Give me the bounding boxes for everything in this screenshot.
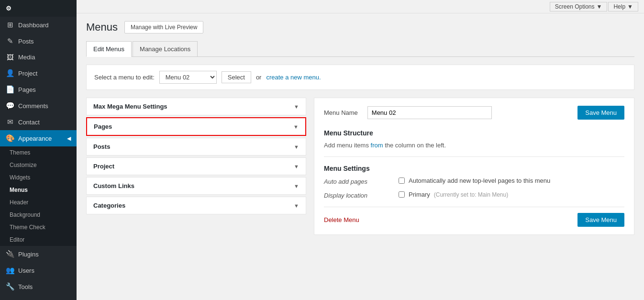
settings-row-auto-add: Auto add pages Automatically add new top… (324, 177, 624, 185)
menu-panel: Menu Name Save Menu Menu Structure Add m… (314, 98, 634, 235)
select-menu-row: Select a menu to edit: Menu 02 Select or… (86, 65, 634, 90)
accordion-label-categories: Categories (93, 202, 125, 209)
sidebar-item-tools[interactable]: 🔧 Tools (0, 278, 77, 295)
accordion-custom-links: Custom Links ▼ (86, 177, 306, 195)
accordion-label-project: Project (93, 163, 114, 170)
sidebar-item-users[interactable]: 👥 Users (0, 262, 77, 278)
save-menu-button-top[interactable]: Save Menu (577, 106, 624, 120)
currently-set-note: (Currently set to: Main Menu) (434, 191, 508, 198)
sidebar-item-pages[interactable]: 📄 Pages (0, 81, 77, 98)
menu-name-input[interactable] (367, 106, 492, 119)
sidebar-item-project[interactable]: 👤 Project (0, 65, 77, 81)
tab-edit-menus[interactable]: Edit Menus (86, 41, 132, 57)
dashboard-icon: ⊞ (6, 21, 14, 29)
page-title: Menus (86, 21, 118, 33)
display-location-value: Primary (Currently set to: Main Menu) (399, 191, 508, 198)
accordion-arrow-custom-links: ▼ (294, 183, 299, 189)
right-panel: Menu Name Save Menu Menu Structure Add m… (314, 98, 634, 235)
accordion-pages: Pages ▼ (86, 117, 306, 136)
pages-icon: 📄 (6, 85, 14, 94)
page-header: Menus Manage with Live Preview (86, 21, 634, 33)
appearance-submenu: Themes Customize Widgets Menus Header Ba… (0, 146, 77, 246)
accordion-arrow-categories: ▼ (294, 203, 299, 209)
sidebar: ⚙ ⊞ Dashboard ✎ Posts 🖼 Media 👤 Project … (0, 0, 77, 300)
accordion-header-max-mega[interactable]: Max Mega Menu Settings ▼ (87, 98, 306, 115)
users-icon: 👥 (6, 266, 14, 275)
menu-select-dropdown[interactable]: Menu 02 (159, 71, 217, 84)
submenu-item-background[interactable]: Background (0, 209, 77, 221)
sidebar-item-label: Dashboard (18, 22, 49, 29)
delete-menu-link[interactable]: Delete Menu (324, 216, 359, 223)
appearance-icon: 🎨 (6, 134, 14, 143)
tab-manage-locations[interactable]: Manage Locations (133, 41, 198, 56)
sidebar-item-media[interactable]: 🖼 Media (0, 49, 77, 65)
left-panel: Max Mega Menu Settings ▼ Pages ▼ Posts ▼ (86, 98, 306, 216)
help-button[interactable]: Help ▼ (608, 2, 638, 11)
auto-add-text: Automatically add new top-level pages to… (409, 177, 550, 184)
create-new-menu-link[interactable]: create a new menu. (266, 74, 321, 81)
display-location-text: Primary (409, 191, 430, 198)
sidebar-logo: ⚙ (0, 0, 77, 17)
accordion-header-custom-links[interactable]: Custom Links ▼ (87, 178, 306, 194)
sidebar-item-label: Appearance (18, 135, 52, 142)
from-highlight: from (371, 142, 383, 149)
tabs-bar: Edit Menus Manage Locations (86, 41, 634, 57)
accordion-label-max-mega: Max Mega Menu Settings (93, 103, 167, 110)
sidebar-item-plugins[interactable]: 🔌 Plugins (0, 246, 77, 262)
live-preview-button[interactable]: Manage with Live Preview (124, 21, 203, 33)
sidebar-item-dashboard[interactable]: ⊞ Dashboard (0, 17, 77, 33)
accordion-posts: Posts ▼ (86, 138, 306, 156)
submenu-item-header[interactable]: Header (0, 196, 77, 209)
sidebar-item-contact[interactable]: ✉ Contact (0, 114, 77, 130)
screen-options-button[interactable]: Screen Options ▼ (550, 2, 608, 11)
posts-icon: ✎ (6, 37, 14, 45)
menu-structure-title: Menu Structure (324, 129, 624, 137)
menu-name-label: Menu Name (324, 109, 358, 116)
screen-options-label: Screen Options (555, 3, 595, 10)
accordion-arrow-pages: ▼ (293, 124, 299, 130)
chevron-icon: ◀ (67, 135, 71, 142)
topbar: Screen Options ▼ Help ▼ (77, 0, 644, 13)
menu-settings-section: Menu Settings Auto add pages Automatical… (324, 165, 624, 199)
submenu-item-editor[interactable]: Editor (0, 233, 77, 246)
sidebar-item-comments[interactable]: 💬 Comments (0, 98, 77, 114)
accordion-label-custom-links: Custom Links (93, 182, 134, 189)
accordion-project: Project ▼ (86, 157, 306, 175)
page-content: Menus Manage with Live Preview Edit Menu… (77, 13, 644, 300)
bottom-actions: Delete Menu Save Menu (324, 207, 624, 227)
comments-icon: 💬 (6, 101, 14, 110)
display-location-label: Display location (324, 191, 391, 199)
accordion-header-posts[interactable]: Posts ▼ (87, 138, 306, 155)
settings-row-display-location: Display location Primary (Currently set … (324, 191, 624, 199)
accordion-header-project[interactable]: Project ▼ (87, 158, 306, 175)
auto-add-label: Auto add pages (324, 177, 391, 185)
menu-structure-desc: Add menu items from the column on the le… (324, 142, 624, 149)
main-area: Screen Options ▼ Help ▼ Menus Manage wit… (77, 0, 644, 300)
tools-icon: 🔧 (6, 282, 14, 291)
accordion-max-mega: Max Mega Menu Settings ▼ (86, 98, 306, 115)
submenu-item-widgets[interactable]: Widgets (0, 171, 77, 184)
accordion-header-categories[interactable]: Categories ▼ (87, 197, 306, 214)
accordion-label-posts: Posts (93, 143, 110, 150)
sidebar-item-label: Media (18, 54, 35, 61)
project-icon: 👤 (6, 69, 14, 78)
media-icon: 🖼 (6, 53, 14, 61)
sidebar-item-posts[interactable]: ✎ Posts (0, 33, 77, 49)
sidebar-item-label: Tools (18, 283, 33, 290)
submenu-item-themes[interactable]: Themes (0, 146, 77, 159)
submenu-item-menus[interactable]: Menus (0, 184, 77, 196)
sidebar-item-appearance[interactable]: 🎨 Appearance ◀ (0, 130, 77, 146)
select-menu-label: Select a menu to edit: (94, 74, 155, 81)
display-location-checkbox[interactable] (399, 191, 405, 198)
wp-icon: ⚙ (6, 5, 11, 12)
auto-add-checkbox[interactable] (399, 178, 405, 184)
accordion-header-pages[interactable]: Pages ▼ (87, 118, 305, 135)
screen-options-arrow-icon: ▼ (597, 3, 602, 10)
submenu-item-customize[interactable]: Customize (0, 159, 77, 171)
sidebar-item-label: Plugins (18, 251, 39, 258)
contact-icon: ✉ (6, 118, 14, 126)
save-menu-button-bottom[interactable]: Save Menu (577, 213, 624, 227)
submenu-item-theme-check[interactable]: Theme Check (0, 221, 77, 233)
accordion-arrow-project: ▼ (294, 164, 299, 169)
select-menu-button[interactable]: Select (222, 71, 251, 83)
